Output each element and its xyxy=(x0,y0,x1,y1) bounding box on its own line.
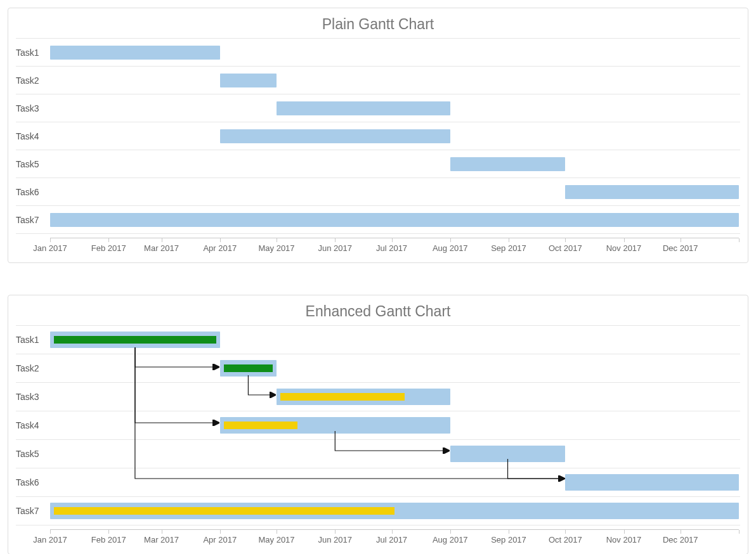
axis-label: Apr 2017 xyxy=(203,535,237,544)
gantt-row: Task3 xyxy=(16,94,740,122)
gantt-row: Task1 xyxy=(16,38,740,67)
task-label: Task1 xyxy=(16,335,50,345)
axis-label: Jul 2017 xyxy=(376,535,407,544)
axis-label: Mar 2017 xyxy=(144,243,179,253)
axis-label: Feb 2017 xyxy=(91,535,126,544)
axis-label: Jun 2017 xyxy=(318,243,353,253)
task-bar[interactable] xyxy=(50,213,739,227)
enhanced-gantt-card: Enhanced Gantt Chart Task1Task2Task3Task… xyxy=(8,295,748,554)
task-bar[interactable] xyxy=(565,185,739,199)
task-label: Task4 xyxy=(16,420,50,430)
axis-label: Dec 2017 xyxy=(663,535,698,544)
task-bar[interactable] xyxy=(220,129,450,143)
task-label: Task5 xyxy=(16,159,50,169)
gantt-row: Task2 xyxy=(16,67,740,94)
axis-label: May 2017 xyxy=(258,535,294,544)
gantt-row: Task4 xyxy=(16,122,740,150)
task-label: Task2 xyxy=(16,363,50,373)
gantt-row: Task5 xyxy=(16,150,740,178)
axis-label: Oct 2017 xyxy=(549,243,582,253)
axis-label: Aug 2017 xyxy=(433,535,468,544)
dependency-arrows xyxy=(50,325,739,520)
task-label: Task7 xyxy=(16,215,50,225)
axis-label: Jan 2017 xyxy=(33,243,67,253)
axis-label: Nov 2017 xyxy=(606,535,642,544)
time-axis: Jan 2017Feb 2017Mar 2017Apr 2017May 2017… xyxy=(50,529,739,546)
task-label: Task5 xyxy=(16,449,50,459)
task-label: Task3 xyxy=(16,103,50,113)
task-label: Task3 xyxy=(16,392,50,402)
axis-label: Mar 2017 xyxy=(144,535,179,544)
task-bar[interactable] xyxy=(50,46,220,60)
axis-label: Nov 2017 xyxy=(606,243,642,253)
axis-label: Jun 2017 xyxy=(318,535,353,544)
axis-label: Apr 2017 xyxy=(203,243,237,253)
task-label: Task6 xyxy=(16,477,50,487)
task-bar[interactable] xyxy=(450,157,565,171)
axis-label: Sep 2017 xyxy=(491,535,526,544)
time-axis: Jan 2017Feb 2017Mar 2017Apr 2017May 2017… xyxy=(50,238,739,255)
task-label: Task7 xyxy=(16,506,50,516)
axis-label: May 2017 xyxy=(258,243,294,253)
task-label: Task4 xyxy=(16,131,50,141)
gantt-row: Task6 xyxy=(16,178,740,206)
plain-gantt-chart: Task1Task2Task3Task4Task5Task6Task7Jan 2… xyxy=(16,38,740,255)
task-bar[interactable] xyxy=(277,101,450,115)
gantt-row: Task7 xyxy=(16,206,740,234)
axis-label: Jan 2017 xyxy=(33,535,67,544)
chart-title: Plain Gantt Chart xyxy=(16,16,740,33)
axis-label: Aug 2017 xyxy=(433,243,468,253)
axis-label: Sep 2017 xyxy=(491,243,526,253)
task-bar[interactable] xyxy=(220,74,277,87)
chart-title: Enhanced Gantt Chart xyxy=(16,303,740,320)
axis-label: Jul 2017 xyxy=(376,243,407,253)
enhanced-gantt-chart: Task1Task2Task3Task4Task5Task6Task7Jan 2… xyxy=(16,325,740,546)
axis-label: Dec 2017 xyxy=(663,243,698,253)
axis-label: Oct 2017 xyxy=(549,535,582,544)
task-label: Task1 xyxy=(16,48,50,58)
axis-label: Feb 2017 xyxy=(91,243,126,253)
plain-gantt-card: Plain Gantt Chart Task1Task2Task3Task4Ta… xyxy=(8,8,748,263)
task-label: Task6 xyxy=(16,187,50,197)
task-label: Task2 xyxy=(16,75,50,86)
